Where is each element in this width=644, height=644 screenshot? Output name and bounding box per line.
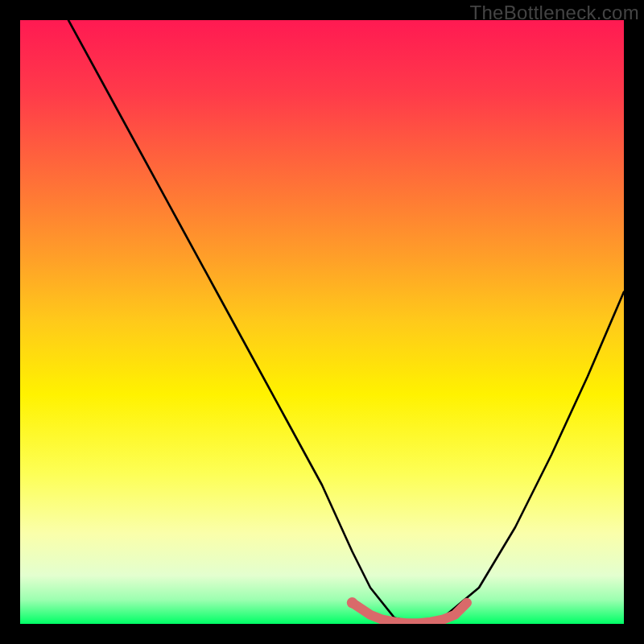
marker-dot [347, 597, 357, 609]
chart-svg [20, 20, 624, 624]
curve-line [68, 20, 624, 624]
plot-area [20, 20, 624, 624]
chart-container: TheBottleneck.com [0, 0, 644, 644]
marker-segment [353, 603, 468, 624]
